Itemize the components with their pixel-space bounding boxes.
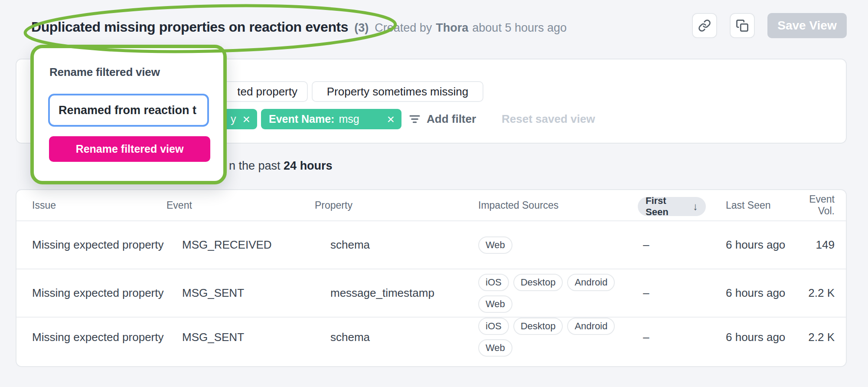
created-meta: Created by Thora about 5 hours ago: [375, 21, 567, 35]
issue-count: (3): [354, 21, 369, 35]
summary-range: 24 hours: [284, 159, 333, 172]
source-pill: Web: [478, 295, 512, 313]
issue-type-chip-2[interactable]: Property sometimes missing: [312, 81, 483, 102]
cell-event-vol: 2.2 K: [793, 331, 846, 344]
chip-label: Property sometimes missing: [327, 85, 469, 98]
created-prefix: Created by: [375, 21, 432, 35]
source-pill: Web: [478, 339, 512, 357]
source-pill: iOS: [478, 274, 509, 291]
cell-impacted-sources: iOSDesktopAndroidWeb: [463, 318, 630, 357]
chip-label: ted property: [237, 85, 297, 98]
popover-title: Rename filtered view: [49, 66, 160, 79]
copy-icon: [736, 19, 749, 32]
cell-impacted-sources: Web: [463, 236, 630, 254]
issues-summary: n the past 24 hours: [229, 159, 333, 173]
column-header-last-seen[interactable]: Last Seen: [706, 200, 793, 211]
cell-last-seen: 6 hours ago: [706, 331, 793, 344]
rename-submit-button[interactable]: Rename filtered view: [49, 136, 210, 162]
cell-issue: Missing expected property: [16, 286, 166, 300]
cell-event-vol: 2.2 K: [793, 286, 846, 300]
cell-event: MSG_RECEIVED: [166, 238, 315, 252]
cell-event: MSG_SENT: [166, 286, 315, 300]
sort-column-label: First Seen: [646, 195, 689, 218]
cell-event-vol: 149: [793, 238, 846, 252]
filter-tag-event-name[interactable]: Event Name: msg ×: [261, 109, 401, 129]
cell-property: schema: [315, 238, 463, 252]
cell-first-seen: –: [630, 286, 706, 300]
table-row[interactable]: Missing expected propertyMSG_RECEIVEDsch…: [16, 220, 846, 269]
add-filter-button[interactable]: Add filter: [409, 109, 476, 129]
table-row[interactable]: Missing expected propertyMSG_SENTschemai…: [16, 317, 846, 357]
sort-arrow-icon: ↓: [693, 200, 698, 213]
column-header-event[interactable]: Event: [166, 200, 315, 211]
app-canvas: Duplicated missing properties on reactio…: [0, 0, 868, 387]
column-header-event-vol[interactable]: Event Vol.: [793, 194, 846, 217]
table-row[interactable]: Missing expected propertyMSG_SENTmessage…: [16, 269, 846, 317]
cell-first-seen: –: [630, 331, 706, 344]
close-icon[interactable]: ×: [242, 113, 250, 126]
created-user: Thora: [436, 21, 468, 35]
cell-impacted-sources: iOSDesktopAndroidWeb: [463, 274, 630, 313]
page-header: Duplicated missing properties on reactio…: [31, 19, 567, 35]
table-body: Missing expected propertyMSG_RECEIVEDsch…: [16, 220, 846, 357]
issues-table: Issue Event Property Impacted Sources Fi…: [16, 189, 847, 367]
close-icon[interactable]: ×: [387, 113, 395, 126]
page-title: Duplicated missing properties on reactio…: [31, 19, 348, 35]
source-pill: iOS: [478, 318, 509, 335]
source-pill: Desktop: [513, 318, 563, 335]
rename-input[interactable]: [48, 94, 209, 127]
cell-last-seen: 6 hours ago: [706, 238, 793, 252]
created-time: about 5 hours ago: [472, 21, 567, 35]
duplicate-view-button[interactable]: [730, 13, 755, 38]
cell-property: schema: [315, 331, 463, 344]
cell-event: MSG_SENT: [166, 331, 315, 344]
rename-popover: Rename filtered view Rename filtered vie…: [30, 45, 227, 184]
reset-saved-view-button[interactable]: Reset saved view: [502, 109, 595, 129]
tag-value: msg: [339, 113, 359, 125]
filter-lines-icon: [409, 113, 421, 125]
source-pill: Android: [567, 274, 615, 291]
sort-first-seen-button[interactable]: First Seen ↓: [638, 197, 706, 216]
cell-issue: Missing expected property: [16, 331, 166, 344]
link-icon: [698, 19, 711, 32]
cell-first-seen: –: [630, 238, 706, 252]
copy-link-button[interactable]: [692, 13, 717, 38]
summary-prefix: n the past: [229, 159, 284, 172]
column-header-issue[interactable]: Issue: [16, 200, 166, 211]
header-actions: Save View: [692, 13, 847, 38]
source-pill: Android: [567, 318, 615, 335]
column-header-first-seen: First Seen ↓: [630, 195, 706, 216]
column-header-impacted-sources[interactable]: Impacted Sources: [463, 200, 630, 211]
save-view-button[interactable]: Save View: [767, 13, 847, 38]
source-pill: Web: [478, 236, 512, 254]
cell-property: message_timestamp: [315, 286, 463, 300]
source-pill: Desktop: [513, 274, 563, 291]
add-filter-label: Add filter: [427, 112, 476, 126]
tag-label: y: [231, 113, 236, 125]
column-header-property[interactable]: Property: [315, 200, 463, 211]
cell-last-seen: 6 hours ago: [706, 286, 793, 300]
cell-issue: Missing expected property: [16, 238, 166, 252]
tag-label: Event Name:: [269, 113, 334, 125]
table-header-row: Issue Event Property Impacted Sources Fi…: [16, 190, 846, 220]
